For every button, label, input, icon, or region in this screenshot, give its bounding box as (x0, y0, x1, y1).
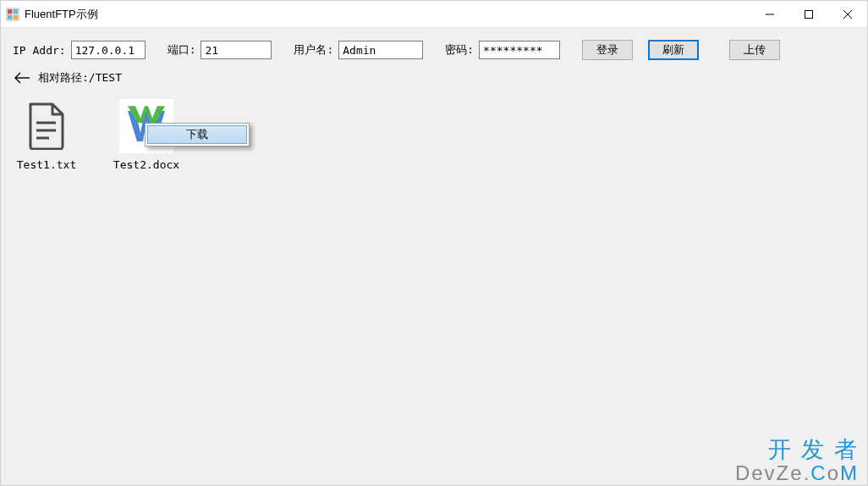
app-icon (6, 8, 19, 21)
svg-rect-1 (8, 9, 13, 14)
text-file-icon (19, 99, 74, 153)
window-controls (750, 1, 867, 28)
connection-row: IP Addr: 端口: 用户名: 密码: 登录 刷新 上传 (13, 40, 855, 60)
svg-rect-3 (8, 14, 13, 19)
file-name-label: Test1.txt (17, 158, 76, 171)
ip-input[interactable] (71, 41, 146, 59)
client-area: IP Addr: 端口: 用户名: 密码: 登录 刷新 上传 相对路径:/TES… (1, 28, 867, 485)
path-label: 相对路径:/TEST (38, 70, 122, 86)
user-label: 用户名: (294, 42, 333, 58)
svg-rect-6 (805, 11, 813, 19)
ip-label: IP Addr: (13, 44, 66, 57)
upload-button[interactable]: 上传 (729, 40, 780, 60)
watermark: 开发者 DevZe.CoM (735, 438, 859, 483)
file-item[interactable]: Test1.txt (13, 99, 80, 171)
titlebar: FluentFTP示例 (1, 1, 867, 28)
pass-label: 密码: (445, 42, 474, 58)
context-menu: 下载 (145, 123, 250, 146)
file-name-label: Test2.docx (113, 158, 179, 171)
back-arrow-icon[interactable] (13, 70, 31, 86)
svg-rect-2 (14, 9, 19, 14)
maximize-button[interactable] (789, 1, 828, 28)
port-label: 端口: (168, 42, 196, 58)
window-title: FluentFTP示例 (25, 7, 98, 22)
login-button[interactable]: 登录 (582, 40, 633, 60)
close-button[interactable] (828, 1, 867, 28)
port-input[interactable] (201, 41, 272, 59)
password-input[interactable] (479, 41, 560, 59)
username-input[interactable] (338, 41, 423, 59)
minimize-button[interactable] (750, 1, 789, 28)
path-row: 相对路径:/TEST (13, 70, 855, 86)
svg-rect-4 (14, 14, 19, 19)
file-grid: Test1.txt Test2.docx 下载 (13, 99, 855, 171)
download-menuitem[interactable]: 下载 (147, 125, 247, 144)
refresh-button[interactable]: 刷新 (648, 40, 699, 60)
